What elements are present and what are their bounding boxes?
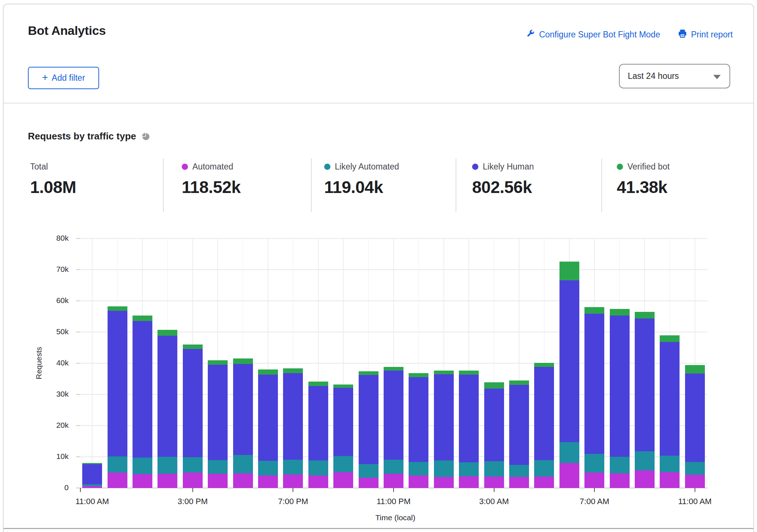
bar-segment-likely-automated — [509, 465, 529, 477]
bar-hour-21[interactable] — [584, 307, 604, 488]
bar-segment-verified-bot — [133, 316, 152, 321]
x-tick-label: 3:00 AM — [461, 497, 527, 506]
x-tick-label: 11:00 PM — [361, 497, 427, 506]
bar-hour-10[interactable] — [308, 382, 328, 488]
legend-item-likely-automated[interactable]: Likely Automated — [324, 161, 399, 172]
bar-hour-15[interactable] — [434, 371, 454, 488]
y-tick-mark — [76, 394, 80, 395]
bar-segment-automated — [534, 477, 554, 488]
bar-hour-4[interactable] — [157, 330, 177, 488]
bar-segment-likely-human — [635, 318, 655, 451]
bar-hour-19[interactable] — [534, 363, 554, 488]
bar-segment-likely-automated — [283, 460, 303, 474]
print-report-link[interactable]: Print report — [678, 29, 733, 40]
bar-hour-3[interactable] — [133, 316, 152, 488]
bar-segment-automated — [258, 475, 278, 488]
bar-segment-likely-human — [509, 385, 529, 465]
bar-segment-likely-human — [157, 336, 177, 457]
bar-segment-verified-bot — [359, 371, 378, 375]
page-title: Bot Analytics — [28, 23, 106, 38]
stat-automated: Automated 118.52k — [182, 161, 240, 197]
bar-hour-6[interactable] — [208, 360, 228, 488]
bar-segment-verified-bot — [333, 385, 353, 388]
legend-item-verified-bot[interactable]: Verified bot — [617, 161, 670, 172]
stat-total-head: Total — [30, 161, 76, 172]
stat-divider — [163, 158, 164, 212]
bar-segment-automated — [384, 474, 403, 488]
bar-segment-likely-human — [584, 314, 604, 454]
y-tick-mark — [76, 456, 80, 457]
time-range-select[interactable]: Last 24 hours — [619, 64, 730, 88]
bar-hour-11[interactable] — [333, 385, 353, 488]
bar-segment-automated — [183, 473, 203, 488]
bar-hour-8[interactable] — [258, 369, 278, 488]
bar-segment-likely-human — [208, 365, 228, 460]
legend-dot — [472, 164, 478, 170]
bar-hour-25[interactable] — [685, 365, 705, 488]
x-tick-mark — [192, 488, 193, 492]
bar-hour-7[interactable] — [233, 358, 253, 488]
bar-segment-automated — [82, 486, 102, 488]
bar-segment-verified-bot — [434, 371, 454, 374]
time-range-value: Last 24 hours — [628, 71, 679, 81]
chevron-down-icon — [713, 75, 721, 79]
bar-segment-automated — [584, 473, 604, 488]
bar-segment-automated — [308, 475, 328, 488]
bar-segment-likely-automated — [434, 460, 454, 477]
bar-segment-automated — [108, 473, 127, 488]
bar-hour-16[interactable] — [459, 371, 479, 488]
bar-segment-likely-automated — [258, 461, 278, 475]
x-tick-mark — [695, 488, 695, 492]
stat-value: 1.08M — [30, 177, 76, 197]
bar-segment-likely-human — [183, 349, 203, 457]
bar-segment-likely-human — [359, 375, 378, 464]
bar-hour-18[interactable] — [509, 380, 529, 488]
bar-segment-likely-automated — [484, 461, 504, 477]
bar-segment-likely-automated — [157, 457, 177, 474]
section-title-row: Requests by traffic type — [28, 131, 151, 142]
configure-super-bot-fight-mode-link[interactable]: Configure Super Bot Fight Mode — [526, 29, 660, 40]
bar-segment-likely-human — [434, 374, 454, 460]
bar-hour-1[interactable] — [82, 463, 102, 488]
bar-segment-likely-automated — [308, 460, 328, 475]
stat-label: Verified bot — [627, 162, 670, 172]
y-tick-label: 0 — [32, 483, 69, 492]
bar-hour-13[interactable] — [384, 367, 403, 488]
y-tick-label: 70k — [32, 265, 69, 274]
add-filter-button[interactable]: + Add filter — [28, 67, 99, 89]
bar-segment-verified-bot — [409, 373, 428, 377]
legend-dot — [182, 164, 188, 170]
bar-hour-20[interactable] — [559, 262, 579, 488]
stat-label: Likely Human — [483, 162, 534, 172]
bar-hour-14[interactable] — [409, 373, 428, 488]
header-links: Configure Super Bot Fight Mode Print rep… — [526, 29, 733, 40]
x-tick-label: 11:00 AM — [59, 497, 125, 506]
bar-hour-22[interactable] — [610, 309, 630, 488]
bar-segment-verified-bot — [283, 368, 303, 374]
bar-segment-automated — [208, 474, 228, 488]
y-tick-label: 30k — [32, 390, 69, 398]
bot-analytics-card: Bot Analytics Configure Super Bot Fight … — [3, 4, 754, 532]
bar-hour-23[interactable] — [635, 312, 655, 488]
bar-segment-likely-automated — [208, 460, 228, 474]
bar-segment-verified-bot — [82, 463, 102, 464]
bar-hour-9[interactable] — [283, 368, 303, 488]
stat-divider — [601, 158, 602, 212]
y-tick-mark — [76, 300, 80, 301]
bar-hour-12[interactable] — [359, 371, 378, 488]
bar-segment-verified-bot — [233, 358, 253, 364]
bar-hour-5[interactable] — [183, 345, 203, 488]
bar-segment-automated — [233, 473, 253, 488]
legend-item-automated[interactable]: Automated — [182, 161, 240, 172]
y-tick-label: 10k — [32, 452, 69, 461]
bar-hour-17[interactable] — [484, 382, 504, 488]
bar-segment-likely-automated — [384, 460, 403, 474]
bar-hour-2[interactable] — [108, 306, 127, 488]
stat-divider — [456, 158, 456, 212]
stat-total: Total 1.08M — [30, 161, 76, 197]
legend-item-likely-human[interactable]: Likely Human — [472, 161, 534, 172]
bar-segment-automated — [610, 473, 630, 488]
bar-hour-24[interactable] — [660, 335, 680, 488]
bar-segment-likely-automated — [333, 456, 353, 472]
x-tick-label: 11:00 AM — [662, 497, 728, 506]
